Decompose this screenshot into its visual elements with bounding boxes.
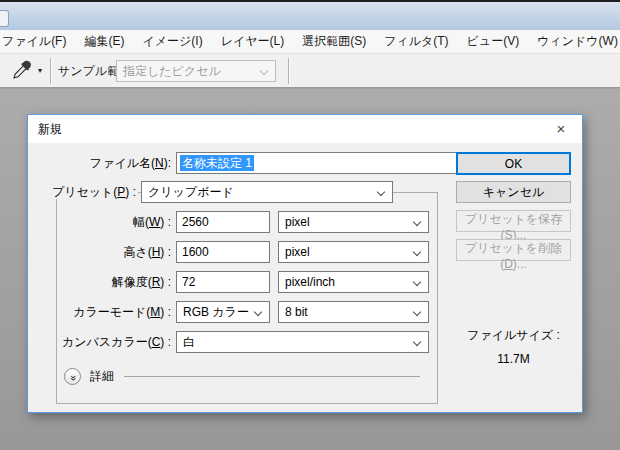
height-unit-value: pixel [285, 245, 310, 259]
double-chevron-down-icon: » [66, 375, 80, 381]
canvas-color-select[interactable]: 白 [176, 331, 429, 353]
preset-select[interactable]: クリップボード [141, 181, 393, 203]
preset-value: クリップボード [148, 185, 234, 199]
filename-input[interactable]: 名称未設定 1 [176, 152, 457, 174]
chevron-down-icon [377, 188, 385, 196]
delete-preset-button: プリセットを削除(D)... [456, 239, 571, 261]
bit-depth-value: 8 bit [285, 305, 308, 319]
dialog-title: 新規 [38, 115, 62, 143]
filename-label: ファイル名(N): [28, 152, 171, 174]
sample-scope-value: 指定したピクセル [123, 64, 221, 78]
menu-window[interactable]: ウィンドウ(W) [528, 30, 620, 53]
canvas-color-value: 白 [183, 335, 195, 349]
menu-filter[interactable]: フィルタ(T) [375, 30, 457, 53]
tool-options-bar: ▾ サンプル範囲: 指定したピクセル [0, 53, 620, 88]
chevron-down-icon [413, 338, 421, 346]
filename-selected-text: 名称未設定 1 [180, 155, 254, 171]
menu-file[interactable]: ファイル(F) [0, 30, 75, 53]
menubar: ファイル(F) 編集(E) イメージ(I) レイヤー(L) 選択範囲(S) フィ… [0, 30, 620, 53]
width-unit-value: pixel [285, 215, 310, 229]
menu-layer[interactable]: レイヤー(L) [212, 30, 294, 53]
resolution-unit-value: pixel/inch [285, 275, 335, 289]
height-label: 高さ(H) : [28, 241, 171, 263]
chevron-down-icon [413, 308, 421, 316]
close-icon[interactable]: × [546, 115, 576, 143]
cancel-button[interactable]: キャンセル [456, 181, 571, 203]
tool-preset-arrow-icon[interactable]: ▾ [38, 66, 42, 76]
new-document-dialog: 新規 × ファイル名(N): 名称未設定 1 OK プリセット(P) : クリッ… [27, 114, 583, 413]
color-mode-select[interactable]: RGB カラー [176, 301, 270, 323]
ok-button[interactable]: OK [456, 152, 571, 175]
canvas-color-label: カンバスカラー(C) : [28, 331, 171, 353]
preset-label: プリセット(P) : [28, 181, 138, 203]
chevron-down-icon [413, 218, 421, 226]
save-preset-button: プリセットを保存(S)... [456, 210, 571, 232]
advanced-label: 詳細 [90, 368, 114, 385]
dialog-titlebar[interactable]: 新規 × [28, 115, 582, 143]
file-size-label: ファイルサイズ : [456, 327, 571, 344]
width-unit-select[interactable]: pixel [278, 211, 429, 233]
width-input[interactable] [176, 211, 270, 233]
toolbar-separator [50, 58, 51, 84]
color-mode-label: カラーモード(M) : [28, 301, 171, 323]
resolution-input[interactable] [176, 271, 270, 293]
resolution-unit-select[interactable]: pixel/inch [278, 271, 429, 293]
menu-image[interactable]: イメージ(I) [133, 30, 211, 53]
chevron-down-icon [413, 278, 421, 286]
menu-view[interactable]: ビュー(V) [458, 30, 529, 53]
menu-edit[interactable]: 編集(E) [75, 30, 133, 53]
advanced-divider [124, 376, 420, 377]
color-mode-value: RGB カラー [183, 305, 249, 319]
advanced-expander-button[interactable]: » [64, 368, 81, 385]
eyedropper-icon [11, 69, 33, 84]
bit-depth-select[interactable]: 8 bit [278, 301, 429, 323]
file-size-value: 11.7M [456, 352, 571, 366]
eyedropper-tool-button[interactable] [8, 59, 36, 83]
photoshop-window: ファイル(F) 編集(E) イメージ(I) レイヤー(L) 選択範囲(S) フィ… [0, 0, 620, 450]
width-label: 幅(W) : [28, 211, 171, 233]
sample-scope-select: 指定したピクセル [116, 60, 276, 82]
toolbar-separator [288, 58, 289, 84]
app-icon [0, 10, 9, 27]
chevron-down-icon [260, 67, 268, 75]
menu-select[interactable]: 選択範囲(S) [293, 30, 375, 53]
height-unit-select[interactable]: pixel [278, 241, 429, 263]
chevron-down-icon [413, 248, 421, 256]
chevron-down-icon [254, 308, 262, 316]
window-titlebar[interactable] [0, 2, 620, 30]
height-input[interactable] [176, 241, 270, 263]
resolution-label: 解像度(R) : [28, 271, 171, 293]
